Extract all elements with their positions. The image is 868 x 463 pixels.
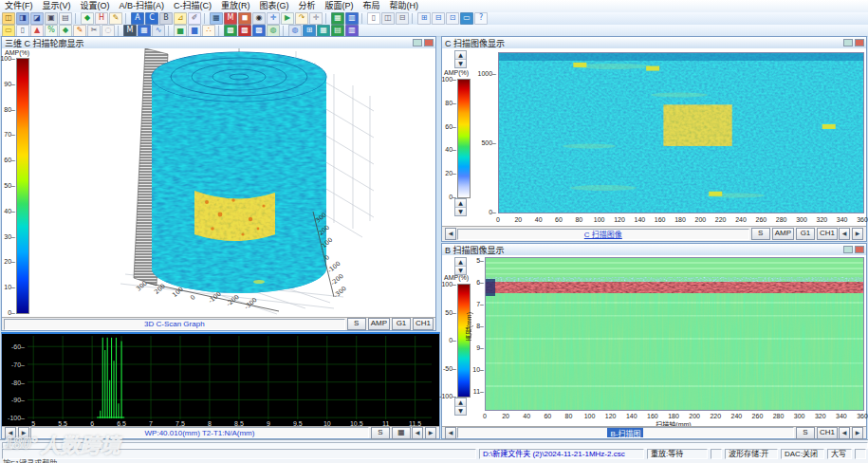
- close-icon[interactable]: [855, 39, 864, 46]
- menu-item[interactable]: C-扫描(C): [169, 0, 216, 12]
- maximize-icon[interactable]: [413, 39, 422, 46]
- toolbar-icon[interactable]: ▯: [16, 25, 29, 37]
- footer-button-s[interactable]: S: [347, 318, 366, 330]
- scroll-right-icon[interactable]: ▶: [425, 427, 436, 439]
- footer-button-g1[interactable]: G1: [392, 318, 411, 330]
- maximize-icon[interactable]: [843, 39, 853, 46]
- toolbar-icon[interactable]: ▥: [345, 12, 359, 25]
- toolbar-icon[interactable]: ∿: [152, 25, 165, 37]
- footer-button-g1[interactable]: G1: [796, 228, 815, 240]
- close-icon[interactable]: [855, 246, 864, 253]
- toolbar-icon[interactable]: M: [123, 25, 137, 37]
- gate-spinner[interactable]: ▲▼: [454, 398, 467, 416]
- toolbar-icon[interactable]: ▩: [252, 25, 266, 37]
- toolbar-icon[interactable]: ▥: [345, 25, 359, 37]
- toolbar-icon[interactable]: ✎: [109, 12, 122, 25]
- scroll-left-icon[interactable]: ◀: [839, 228, 850, 240]
- gate-spinner[interactable]: ▲▼: [454, 257, 467, 275]
- toolbar-icon[interactable]: ▭: [2, 25, 15, 37]
- footer-button-ch1[interactable]: CH1: [817, 427, 838, 439]
- toolbar-icon[interactable]: ✂: [87, 25, 101, 37]
- scroll-right-icon[interactable]: ▶: [852, 427, 863, 439]
- menu-item[interactable]: 分析: [294, 0, 321, 12]
- menu-item[interactable]: 版面(P): [321, 0, 359, 12]
- toolbar-icon[interactable]: ⊟: [396, 12, 409, 25]
- menu-item[interactable]: 图表(G): [255, 0, 294, 12]
- toolbar-icon[interactable]: ?: [474, 12, 488, 25]
- footer-button-s[interactable]: S: [751, 228, 770, 240]
- scroll-left-icon[interactable]: ◀: [5, 427, 16, 439]
- menu-item[interactable]: 文件(F): [0, 0, 38, 12]
- graph-title-link[interactable]: 3D C-Scan Graph: [144, 320, 205, 328]
- toolbar-icon[interactable]: ◆: [59, 25, 72, 37]
- menu-item[interactable]: 布局: [359, 0, 385, 12]
- toolbar-icon[interactable]: ✛: [309, 12, 323, 25]
- footer-button-▦[interactable]: ▦: [392, 427, 411, 439]
- toolbar-icon[interactable]: ▩: [238, 25, 251, 37]
- cscan-image[interactable]: [498, 52, 864, 213]
- ascan-plot[interactable]: [28, 336, 432, 419]
- toolbar-icon[interactable]: ⊡: [446, 12, 459, 25]
- toolbar-icon[interactable]: ▅: [174, 25, 187, 37]
- toolbar-icon[interactable]: ▯: [367, 12, 380, 25]
- toolbar-icon[interactable]: ✐: [188, 12, 201, 25]
- toolbar-icon[interactable]: ▣: [45, 12, 58, 25]
- scroll-left-icon[interactable]: ◀: [445, 427, 456, 439]
- toolbar-icon[interactable]: ◆: [81, 12, 94, 25]
- toolbar-icon[interactable]: ⊟: [432, 12, 445, 25]
- toolbar-icon[interactable]: ✛: [267, 12, 280, 25]
- footer-button-amp[interactable]: AMP: [368, 318, 390, 330]
- toolbar-icon[interactable]: H: [95, 12, 108, 25]
- toolbar-icon[interactable]: ▭: [460, 12, 473, 25]
- footer-button-ch1[interactable]: CH1: [413, 318, 434, 330]
- menu-item[interactable]: 显示(V): [38, 0, 76, 12]
- toolbar-icon[interactable]: ∴: [202, 25, 215, 37]
- toolbar-icon[interactable]: ◍: [267, 25, 280, 37]
- toolbar-icon[interactable]: M: [224, 12, 237, 25]
- toolbar-icon[interactable]: B: [159, 12, 173, 25]
- toolbar-icon[interactable]: ▶: [281, 12, 294, 25]
- menu-item[interactable]: 帮助(H): [385, 0, 424, 12]
- close-icon[interactable]: [424, 39, 434, 46]
- toolbar-icon[interactable]: ▦: [138, 25, 151, 37]
- toolbar-icon[interactable]: ⊞: [417, 12, 431, 25]
- footer-button-s[interactable]: S: [371, 427, 390, 439]
- bscan-view-link[interactable]: B-扫描图: [607, 428, 643, 438]
- bscan-image[interactable]: [485, 257, 864, 411]
- toolbar-icon[interactable]: ▆: [188, 25, 201, 37]
- toolbar-icon[interactable]: ↷: [295, 12, 308, 25]
- toolbar-icon[interactable]: ◫: [381, 12, 395, 25]
- toolbar-icon[interactable]: ◍: [288, 25, 302, 37]
- toolbar-icon[interactable]: ▲: [30, 25, 44, 37]
- toolbar-icon[interactable]: ◨: [16, 12, 29, 25]
- scroll-right-icon[interactable]: ▶: [852, 228, 863, 240]
- toolbar-icon[interactable]: ◉: [252, 12, 266, 25]
- toolbar-icon[interactable]: ⊞: [303, 25, 316, 37]
- toolbar-icon[interactable]: ▤: [331, 25, 344, 37]
- toolbar-icon[interactable]: ▩: [224, 25, 237, 37]
- maximize-icon[interactable]: [843, 246, 853, 253]
- toolbar-icon[interactable]: C: [145, 12, 158, 25]
- menu-item[interactable]: A/B-扫描(A): [115, 0, 170, 12]
- toolbar-icon[interactable]: ▦: [210, 12, 223, 25]
- toolbar-icon[interactable]: ▤: [59, 12, 72, 25]
- toolbar-icon[interactable]: ✎: [73, 25, 86, 37]
- scroll-left-icon[interactable]: ◀: [412, 427, 423, 439]
- menu-item[interactable]: 重放(R): [216, 0, 255, 12]
- scroll-left-icon[interactable]: ◀: [445, 228, 456, 240]
- cscan-view-link[interactable]: C 扫描图像: [584, 229, 622, 239]
- gate-spinner[interactable]: ▲▼: [454, 50, 467, 68]
- toolbar-icon[interactable]: %: [45, 25, 58, 37]
- toolbar-icon[interactable]: ▦: [317, 25, 330, 37]
- footer-button-ch1[interactable]: CH1: [817, 228, 838, 240]
- toolbar-icon[interactable]: A: [131, 12, 144, 25]
- 3d-cylinder-plot[interactable]: 3002001000-100-200-300 3002001000-100-20…: [30, 48, 435, 317]
- menu-item[interactable]: 设置(O): [76, 0, 115, 12]
- scroll-right-icon[interactable]: ▶: [18, 427, 29, 439]
- gate-spinner[interactable]: ▲▼: [454, 198, 467, 216]
- toolbar-icon[interactable]: ⊿: [174, 12, 187, 25]
- footer-button-amp[interactable]: AMP: [772, 228, 794, 240]
- scroll-left-icon[interactable]: ◀: [839, 427, 850, 439]
- toolbar-icon[interactable]: ◼: [238, 12, 251, 25]
- toolbar-icon[interactable]: ▦: [331, 12, 344, 25]
